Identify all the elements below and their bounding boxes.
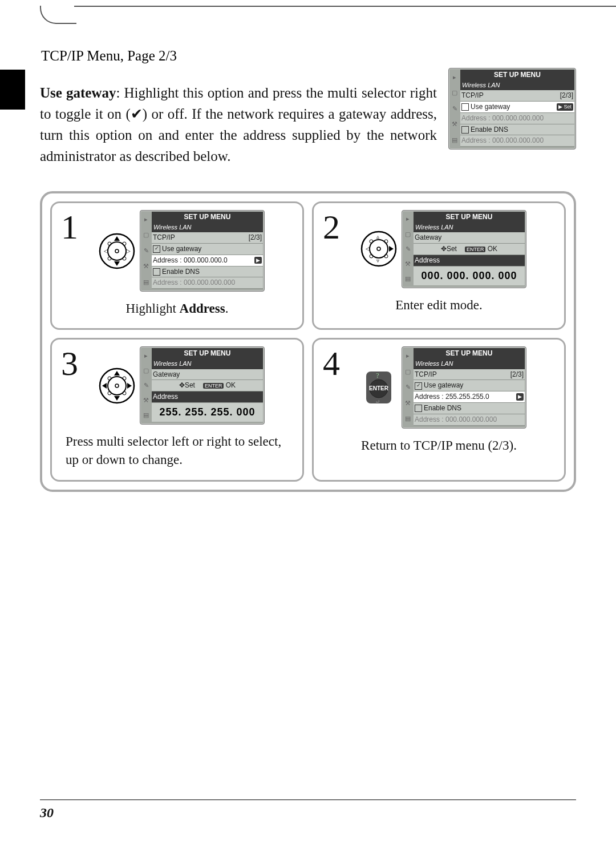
dpad-icon: ✥ xyxy=(441,245,447,253)
step-3: 3 xyxy=(50,338,304,481)
lcd-title: SET UP MENU xyxy=(460,70,574,80)
manual-page: TCP/IP Menu, Page 2/3 Use gateway: Highl… xyxy=(0,0,616,848)
row-gw-addr: Address : 000.000.000.000 xyxy=(460,113,574,124)
lcd-step1: ▸▢✎⚒▤ SET UP MENU Wireless LAN TCP/IP[2/… xyxy=(140,210,265,292)
steps-container: 1 ◁ ▷ xyxy=(40,191,576,492)
svg-marker-4 xyxy=(114,261,120,266)
pencil-icon: ✎ xyxy=(452,104,457,113)
para-bold: Use gateway xyxy=(40,85,116,100)
row-use-gateway: Use gateway ▶ Set xyxy=(460,102,574,113)
step-4: 4 ENTER ? ⤾ ▸▢✎⚒▤ SET UP MENU xyxy=(312,338,566,481)
step-4-caption: Return to TCP/IP menu (2/3). xyxy=(323,437,555,455)
lcd-step3: ▸▢✎⚒▤ SET UP MENU Wireless LAN Gateway ✥… xyxy=(140,346,265,425)
page-footer: 30 xyxy=(40,799,576,823)
svg-point-13 xyxy=(377,247,380,251)
address-value: 255. 255. 255. 000 xyxy=(152,403,263,422)
section-heading: TCP/IP Menu, Page 2/3 xyxy=(41,46,576,66)
camera-icon: ▢ xyxy=(452,88,457,97)
row-dns-addr: Address : 000.000.000.000 xyxy=(460,135,574,147)
enter-icon: ENTER xyxy=(203,383,224,389)
row-address-selected: Address : 000.000.000.0▶ xyxy=(152,255,263,266)
step-number: 2 xyxy=(323,210,352,244)
svg-marker-27 xyxy=(102,383,107,389)
wrench-icon: ⚒ xyxy=(452,120,457,128)
svg-text:▿: ▿ xyxy=(376,257,379,264)
step-2: 2 ▵ ▿ ◁ xyxy=(312,201,566,330)
body-paragraph: Use gateway: Highlight this option and p… xyxy=(40,82,437,167)
enter-icon: ENTER xyxy=(465,247,486,252)
svg-text:◁: ◁ xyxy=(366,245,370,252)
row-tcpip: TCP/IP [2/3] xyxy=(460,90,574,102)
svg-text:▷: ▷ xyxy=(126,248,131,254)
page-number: 30 xyxy=(40,805,54,820)
svg-marker-3 xyxy=(114,236,120,241)
step-1-caption: Highlight Address. xyxy=(61,300,293,318)
svg-marker-26 xyxy=(114,396,120,401)
enter-button-icon: ENTER ? ⤾ xyxy=(360,369,397,406)
svg-point-24 xyxy=(115,384,119,387)
header-curve xyxy=(40,0,616,29)
set-tag: ▶ Set xyxy=(557,103,573,111)
step-number: 1 xyxy=(61,210,91,244)
row-enable-dns: Enable DNS xyxy=(460,124,574,136)
step-3-caption: Press multi selector left or right to se… xyxy=(61,433,293,469)
step-number: 3 xyxy=(61,346,91,381)
lcd-icon-strip: ▸ ▢ ✎ ⚒ ▤ xyxy=(450,70,459,148)
svg-marker-17 xyxy=(389,246,394,252)
checkbox-icon xyxy=(461,126,469,134)
lcd-main: ▸ ▢ ✎ ⚒ ▤ SET UP MENU Wireless LAN TCP/I… xyxy=(448,68,576,150)
svg-marker-25 xyxy=(114,371,120,375)
play-icon: ▸ xyxy=(453,73,456,82)
step-1: 1 ◁ ▷ xyxy=(50,201,304,330)
svg-text:ENTER: ENTER xyxy=(369,385,389,391)
step-2-caption: Enter edit mode. xyxy=(323,296,555,314)
multi-selector-icon xyxy=(99,368,135,404)
checkbox-icon xyxy=(461,103,469,111)
svg-text:?: ? xyxy=(376,371,379,379)
lcd-subtitle: Wireless LAN xyxy=(460,80,574,90)
card-icon: ▤ xyxy=(452,136,457,144)
right-arrow-icon: ▶ xyxy=(516,393,524,401)
svg-marker-28 xyxy=(127,383,132,389)
lcd-step4: ▸▢✎⚒▤ SET UP MENU Wireless LAN TCP/IP[2/… xyxy=(402,346,526,428)
lcd-step2: ▸▢✎⚒▤ SET UP MENU Wireless LAN Gateway ✥… xyxy=(402,210,526,288)
svg-text:◁: ◁ xyxy=(104,248,108,254)
address-value: 000. 000. 000. 000 xyxy=(414,266,525,285)
dpad-icon: ✥ xyxy=(179,381,185,389)
multi-selector-icon: ◁ ▷ xyxy=(99,233,135,269)
svg-text:⤾: ⤾ xyxy=(375,398,380,405)
step-number: 4 xyxy=(323,346,352,381)
svg-text:▵: ▵ xyxy=(376,233,379,240)
side-tab xyxy=(0,70,25,110)
multi-selector-icon: ▵ ▿ ◁ xyxy=(360,231,397,267)
svg-point-2 xyxy=(115,249,119,253)
right-arrow-icon: ▶ xyxy=(254,257,262,264)
